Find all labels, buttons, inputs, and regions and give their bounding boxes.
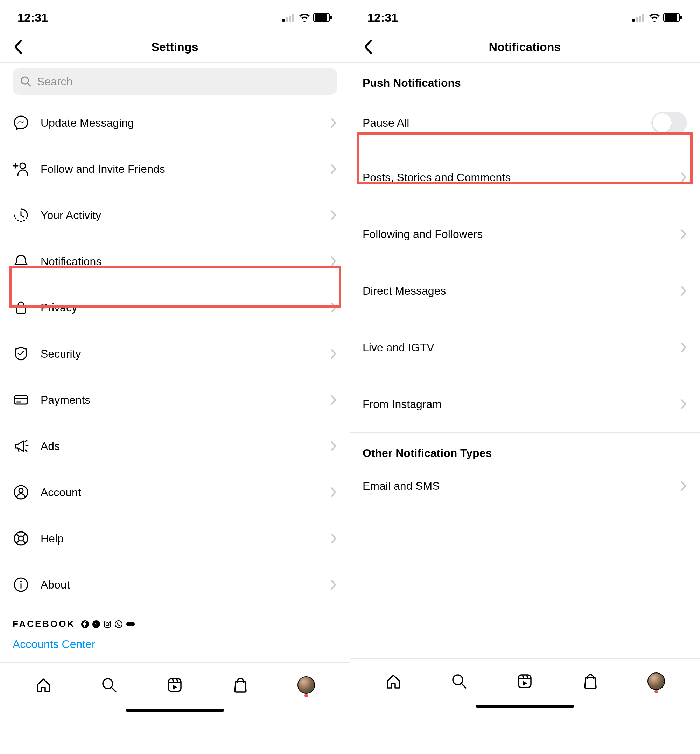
lock-icon — [12, 299, 30, 316]
wifi-icon — [648, 13, 661, 22]
svg-point-22 — [19, 536, 23, 541]
row-your-activity[interactable]: Your Activity — [12, 192, 337, 238]
brand-icons — [81, 620, 136, 628]
status-icons — [283, 13, 332, 22]
svg-line-8 — [28, 83, 30, 86]
chevron-right-icon — [331, 210, 337, 220]
reels-icon — [166, 676, 183, 694]
chevron-right-icon — [331, 256, 337, 267]
tab-search[interactable] — [100, 676, 119, 695]
svg-rect-46 — [642, 14, 644, 22]
svg-rect-44 — [636, 17, 638, 22]
status-bar: 12:31 — [0, 0, 350, 31]
svg-rect-13 — [15, 396, 27, 404]
page-title: Notifications — [489, 40, 561, 54]
settings-list: Update Messaging Follow and Invite Frien… — [0, 100, 350, 608]
megaphone-icon — [12, 438, 30, 454]
accounts-center-link[interactable]: Accounts Center — [12, 638, 337, 651]
row-label: Update Messaging — [41, 117, 320, 130]
card-icon — [12, 392, 30, 408]
row-security[interactable]: Security — [12, 331, 337, 377]
tab-bar — [350, 659, 700, 701]
svg-line-23 — [16, 534, 20, 537]
row-label: Notifications — [41, 255, 320, 268]
messenger-icon — [12, 114, 30, 131]
row-account[interactable]: Account — [12, 469, 337, 515]
svg-rect-39 — [168, 679, 181, 692]
svg-rect-43 — [633, 19, 634, 22]
phone-settings: 12:31 Settings Search Update Messaging — [0, 0, 350, 718]
chevron-right-icon — [331, 441, 337, 451]
avatar-icon — [297, 676, 315, 694]
notification-dot — [655, 690, 658, 693]
svg-point-9 — [20, 163, 25, 169]
other-list: Email and SMS — [350, 463, 700, 509]
section-other: Other Notification Types — [350, 433, 700, 463]
chevron-right-icon — [331, 533, 337, 544]
row-posts-stories[interactable]: Posts, Stories and Comments — [362, 149, 687, 206]
row-help[interactable]: Help — [12, 515, 337, 562]
tab-search[interactable] — [450, 672, 469, 691]
nav-header: Notifications — [350, 31, 700, 62]
row-label: Privacy — [41, 301, 320, 314]
status-time: 12:31 — [367, 11, 398, 25]
row-direct-messages[interactable]: Direct Messages — [362, 262, 687, 319]
tab-profile[interactable] — [647, 672, 666, 691]
info-icon — [12, 576, 30, 593]
chevron-right-icon — [331, 579, 337, 590]
wifi-icon — [298, 13, 311, 22]
push-list: Pause All Posts, Stories and Comments Fo… — [350, 97, 700, 432]
svg-line-18 — [25, 450, 27, 451]
account-icon — [12, 484, 30, 501]
tab-bar — [0, 662, 350, 705]
row-follow-invite[interactable]: Follow and Invite Friends — [12, 146, 337, 192]
spacer — [350, 509, 700, 654]
shield-icon — [12, 345, 30, 362]
chevron-right-icon — [331, 164, 337, 174]
chevron-right-icon — [681, 342, 687, 353]
tab-profile[interactable] — [297, 676, 316, 695]
tab-home[interactable] — [384, 672, 403, 691]
cellular-icon — [633, 13, 646, 22]
row-pause-all[interactable]: Pause All — [362, 97, 687, 149]
search-input[interactable]: Search — [12, 68, 337, 95]
back-button[interactable] — [13, 39, 23, 55]
tab-home[interactable] — [34, 676, 53, 695]
divider — [0, 658, 350, 658]
footer: FACEBOOK Accounts Center — [0, 608, 350, 658]
row-live-igtv[interactable]: Live and IGTV — [362, 319, 687, 376]
chevron-right-icon — [681, 481, 687, 491]
pause-all-toggle[interactable] — [652, 112, 687, 134]
activity-icon — [12, 207, 30, 223]
row-email-sms[interactable]: Email and SMS — [362, 463, 687, 509]
tab-shop[interactable] — [581, 672, 600, 691]
chevron-right-icon — [681, 399, 687, 409]
tab-reels[interactable] — [165, 676, 184, 695]
row-notifications[interactable]: Notifications — [12, 238, 337, 284]
row-from-instagram[interactable]: From Instagram — [362, 376, 687, 432]
svg-point-20 — [19, 489, 23, 493]
home-indicator — [126, 709, 224, 712]
chevron-right-icon — [331, 487, 337, 498]
nav-header: Settings — [0, 31, 350, 62]
whatsapp-icon — [114, 620, 123, 628]
back-button[interactable] — [363, 39, 373, 55]
divider — [0, 62, 350, 62]
row-following-followers[interactable]: Following and Followers — [362, 206, 687, 262]
row-ads[interactable]: Ads — [12, 423, 337, 469]
row-label: Your Activity — [41, 209, 320, 222]
tab-shop[interactable] — [231, 676, 250, 695]
svg-line-51 — [462, 684, 466, 688]
row-privacy[interactable]: Privacy — [12, 284, 337, 331]
svg-point-31 — [92, 620, 100, 628]
row-about[interactable]: About — [12, 562, 337, 608]
row-label: Live and IGTV — [362, 341, 681, 354]
svg-point-35 — [115, 621, 122, 628]
tab-reels[interactable] — [515, 672, 534, 691]
row-label: Following and Followers — [362, 228, 681, 241]
row-payments[interactable]: Payments — [12, 377, 337, 423]
avatar-icon — [647, 673, 665, 690]
svg-line-38 — [112, 687, 116, 692]
svg-rect-49 — [680, 16, 682, 19]
row-update-messaging[interactable]: Update Messaging — [12, 100, 337, 146]
